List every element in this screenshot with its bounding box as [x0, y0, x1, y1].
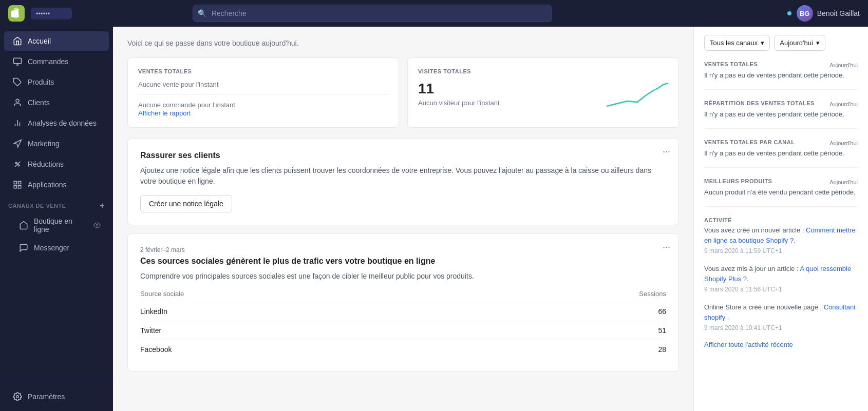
ventes-totales-label: VENTES TOTALES [138, 68, 388, 74]
right-panel: Tous les canaux ▾ Aujourd'hui ▾ VENTES T… [693, 27, 868, 411]
sales-channels-label: CANAUX DE VENTE + [0, 195, 113, 212]
social-description: Comprendre vos principales sources socia… [140, 271, 666, 282]
add-channel-button[interactable]: + [100, 201, 105, 210]
rp-repartition-header: RÉPARTITION DES VENTES TOTALES Aujourd'h… [704, 100, 858, 108]
social-more-button[interactable]: ··· [663, 242, 670, 251]
sidebar-label-marketing: Marketing [28, 140, 59, 148]
sidebar-label-boutique: Boutique en ligne [34, 217, 88, 233]
date-dropdown-label: Aujourd'hui [780, 39, 813, 47]
sidebar-label-reductions: Réductions [28, 160, 64, 168]
sidebar-label-clients: Clients [28, 99, 50, 107]
sidebar-item-produits[interactable]: Produits [4, 72, 109, 92]
create-legal-notice-button[interactable]: Créer une notice légale [140, 195, 232, 212]
activity-date-0: 9 mars 2020 à 11:59 UTC+1 [704, 246, 858, 256]
activity-date-2: 9 mars 2020 à 10:41 UTC+1 [704, 323, 858, 332]
rp-ventes-canal-header: VENTES TOTALES PAR CANAL Aujourd'hui [704, 139, 858, 147]
promo-title: Rassurer ses clients [140, 151, 666, 160]
svg-rect-13 [14, 186, 16, 188]
svg-point-4 [16, 99, 19, 102]
sidebar-label-accueil: Accueil [28, 37, 51, 45]
sidebar-item-marketing[interactable]: Marketing [4, 134, 109, 153]
stats-row: VENTES TOTALES Aucune vente pour l'insta… [127, 57, 679, 128]
sidebar-item-commandes[interactable]: Commandes [4, 52, 109, 71]
visites-totales-card: VISITES TOTALES 11 Aucun visiteur pour l… [407, 57, 679, 128]
sidebar-label-analyses: Analyses de données [28, 119, 97, 127]
table-row-facebook: Facebook 28 [140, 340, 666, 359]
source-linkedin: LinkedIn [140, 307, 167, 316]
no-sale-text: Aucune vente pour l'instant [138, 81, 388, 88]
sidebar-item-applications[interactable]: Applications [4, 175, 109, 194]
sidebar-item-analyses[interactable]: Analyses de données [4, 113, 109, 133]
sidebar-item-messenger[interactable]: Messenger [4, 239, 109, 257]
activity-item-0: Vous avez créé un nouvel article : Comme… [704, 225, 858, 256]
sidebar-label-commandes: Commandes [28, 57, 68, 66]
rp-repartition: RÉPARTITION DES VENTES TOTALES Aujourd'h… [704, 100, 858, 129]
avatar[interactable]: BG [797, 5, 813, 22]
promo-text: Ajoutez une notice légale afin que les c… [140, 165, 666, 187]
sidebar-item-clients[interactable]: Clients [4, 93, 109, 112]
settings-icon [12, 392, 23, 402]
view-all-activity-link[interactable]: Afficher toute l'activité récente [704, 341, 858, 348]
rp-meilleurs-produits: MEILLEURS PRODUITS Aujourd'hui Aucun pro… [704, 178, 858, 207]
store-name[interactable]: •••••• [31, 8, 72, 19]
sidebar-label-parametres: Paramètres [28, 393, 65, 401]
table-row-twitter: Twitter 51 [140, 321, 666, 340]
rp-ventes-totales-title: VENTES TOTALES [704, 61, 758, 67]
megaphone-icon [12, 139, 23, 149]
visites-totales-label: VISITES TOTALES [418, 68, 668, 74]
activity-item-1: Vous avez mis à jour un article : A quoi… [704, 264, 858, 294]
promo-card: ··· Rassurer ses clients Ajoutez une not… [127, 138, 679, 225]
messenger-icon [18, 243, 29, 253]
search-input[interactable] [193, 5, 552, 22]
rp-ventes-totales-text: Il n'y a pas eu de ventes pendant cette … [704, 71, 858, 79]
apps-icon [12, 180, 23, 190]
sessions-twitter: 51 [658, 326, 666, 335]
channel-dropdown-label: Tous les canaux [710, 39, 758, 47]
ventes-totales-card: VENTES TOTALES Aucune vente pour l'insta… [127, 57, 399, 128]
activity-text-1: Vous avez mis à jour un article : [704, 265, 799, 272]
promo-more-button[interactable]: ··· [663, 147, 670, 156]
col-sessions: Sessions [639, 290, 666, 298]
table-header-row: Source sociale Sessions [140, 290, 666, 302]
rp-meilleurs-produits-header: MEILLEURS PRODUITS Aujourd'hui [704, 178, 858, 186]
rp-ventes-canal-date: Aujourd'hui [829, 140, 858, 146]
table-row-linkedin: LinkedIn 66 [140, 302, 666, 321]
svg-rect-12 [18, 181, 21, 184]
sidebar-item-reductions[interactable]: Réductions [4, 154, 109, 174]
chart-icon [12, 118, 23, 128]
rp-ventes-canal-title: VENTES TOTALES PAR CANAL [704, 139, 795, 145]
sidebar-item-boutique[interactable]: Boutique en ligne [4, 213, 109, 238]
sidebar-item-parametres[interactable]: Paramètres [4, 387, 109, 406]
rp-activity-title: ACTIVITÉ [704, 217, 858, 223]
orders-icon [12, 56, 23, 67]
sidebar-bottom: Paramètres [0, 382, 113, 407]
notification-dot [787, 11, 791, 15]
no-order-text: Aucune commande pour l'instant [138, 101, 388, 109]
chevron-down-icon-date: ▾ [816, 39, 820, 47]
channel-dropdown[interactable]: Tous les canaux ▾ [704, 35, 770, 51]
social-title: Ces sources sociales génèrent le plus de… [140, 257, 666, 266]
rp-ventes-canal-text: Il n'y a pas eu de ventes pendant cette … [704, 149, 858, 157]
search-bar: 🔍 [193, 5, 552, 22]
eye-icon[interactable] [93, 222, 101, 229]
svg-rect-11 [14, 181, 16, 184]
date-dropdown[interactable]: Aujourd'hui ▾ [774, 35, 825, 51]
rp-meilleurs-produits-title: MEILLEURS PRODUITS [704, 178, 772, 184]
chevron-down-icon: ▾ [761, 39, 764, 47]
sidebar-label-applications: Applications [28, 181, 67, 189]
rp-meilleurs-produits-text: Aucun produit n'a été vendu pendant cett… [704, 188, 858, 196]
source-facebook: Facebook [140, 345, 172, 354]
social-date-range: 2 février–2 mars [140, 246, 666, 253]
sidebar: Accueil Commandes Produits Clients Analy [0, 27, 113, 411]
svg-point-15 [96, 224, 98, 226]
activity-text-2: Online Store a créé une nouvelle page : [704, 303, 822, 311]
visites-stat-right: 11 Aucun visiteur pour l'instant [418, 81, 668, 111]
rp-activity: ACTIVITÉ Vous avez créé un nouvel articl… [704, 217, 858, 359]
sidebar-label-produits: Produits [28, 78, 54, 86]
source-twitter: Twitter [140, 326, 161, 335]
activity-text-0: Vous avez créé un nouvel article : [704, 226, 804, 234]
sidebar-item-accueil[interactable]: Accueil [4, 31, 109, 51]
report-link[interactable]: Afficher le rapport [138, 109, 191, 117]
rp-ventes-canal: VENTES TOTALES PAR CANAL Aujourd'hui Il … [704, 139, 858, 168]
right-panel-controls: Tous les canaux ▾ Aujourd'hui ▾ [704, 35, 858, 51]
